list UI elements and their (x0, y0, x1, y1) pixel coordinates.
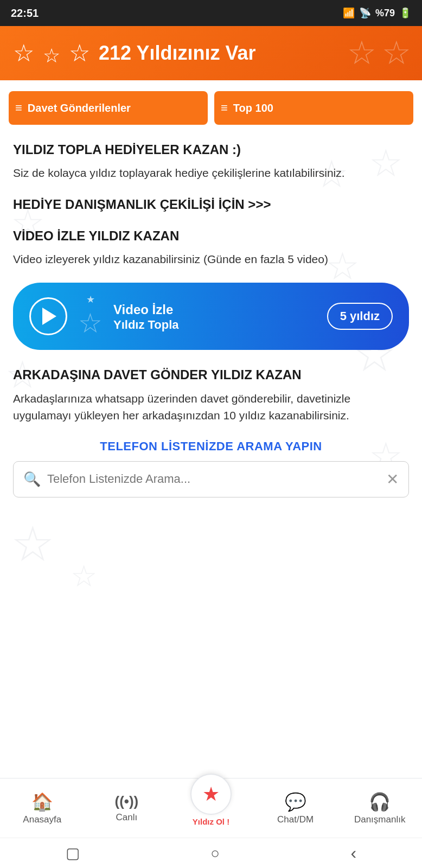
list-icon-2: ≡ (221, 101, 228, 115)
main-content: ☆ ☆ ☆ ☆ ☆ ☆ ☆ ☆ ☆ ☆ ☆ YILDIZ TOPLA HEDİY… (0, 136, 422, 601)
signal-icon: 📡 (359, 7, 371, 19)
header-bg-stars: ☆ ☆ (347, 26, 422, 80)
header: ☆ ☆ ☆ 212 Yıldızınız Var ☆ ☆ (0, 26, 422, 80)
top100-label: Top 100 (233, 102, 273, 114)
nav-item-yildiz[interactable]: ★ Yıldız Ol ! (169, 786, 253, 831)
top100-button[interactable]: ≡ Top 100 (214, 91, 413, 125)
hediye-link[interactable]: HEDİYE DANIŞMANLIK ÇEKİLİŞİ İÇİN >>> (13, 197, 271, 212)
header-star-2: ☆ (43, 46, 60, 66)
play-triangle (42, 308, 56, 325)
search-container: 🔍 ✕ (13, 461, 409, 497)
yildiz-badge: 5 yıldız (327, 303, 393, 330)
bottom-nav: 🏠 Anasayfa ((•)) Canlı ★ Yıldız Ol ! 💬 C… (0, 778, 422, 838)
search-input[interactable] (47, 472, 380, 486)
wm-star-11: ☆ (325, 597, 360, 601)
battery-label: %79 (375, 8, 395, 19)
video-watch-button[interactable]: ★ ☆ Video İzle Yıldız Topla 5 yıldız (13, 283, 409, 350)
header-star-1: ☆ (13, 41, 34, 65)
video-star-decoration: ★ ☆ (78, 293, 103, 339)
nav-item-home[interactable]: 🏠 Anasayfa (0, 787, 85, 829)
nav-label-canli: Canlı (116, 812, 138, 823)
davet-button[interactable]: ≡ Davet Gönderilenler (9, 91, 208, 125)
section3-text: Video izleyerek yıldız kazanabilirsiniz … (13, 251, 409, 268)
section1-title: YILDIZ TOPLA HEDİYELER KAZAN :) (13, 141, 409, 158)
list-icon-1: ≡ (15, 101, 22, 115)
android-recent-btn[interactable]: ▢ (66, 844, 80, 862)
status-icons: 📶 📡 %79 🔋 (343, 7, 411, 19)
section-hediye[interactable]: HEDİYE DANIŞMANLIK ÇEKİLİŞİ İÇİN >>> (13, 197, 409, 212)
section3-title: VİDEO İZLE YILDIZ KAZAN (13, 227, 409, 244)
clear-search-icon[interactable]: ✕ (386, 470, 399, 488)
header-title: 212 Yıldızınız Var (99, 42, 255, 65)
yildiz-circle: ★ (190, 774, 232, 815)
nav-label-home: Anasayfa (23, 814, 61, 825)
home-icon: 🏠 (31, 792, 53, 812)
video-btn-line1: Video İzle (113, 301, 316, 318)
time: 22:51 (11, 7, 39, 20)
play-icon (29, 297, 67, 335)
header-star-3: ☆ (69, 41, 90, 65)
action-buttons-row: ≡ Davet Gönderilenler ≡ Top 100 (0, 80, 422, 136)
section1-text: Siz de kolayca yıldız toplayarak hediye … (13, 164, 409, 182)
canli-icon: ((•)) (115, 793, 139, 810)
battery-icon: 🔋 (399, 7, 411, 19)
chat-icon: 💬 (285, 792, 306, 812)
section4-title: ARKADAŞINA DAVET GÖNDER YILDIZ KAZAN (13, 366, 409, 383)
small-star-top: ★ (86, 293, 95, 305)
search-icon: 🔍 (23, 471, 41, 488)
nav-item-canli[interactable]: ((•)) Canlı (85, 789, 169, 827)
section-davet: ARKADAŞINA DAVET GÖNDER YILDIZ KAZAN Ark… (13, 366, 409, 424)
android-back-btn[interactable]: ‹ (351, 843, 357, 863)
section-yildiz-topla: YILDIZ TOPLA HEDİYELER KAZAN :) Siz de k… (13, 141, 409, 182)
large-star: ☆ (78, 308, 103, 339)
bg-star-1: ☆ (347, 37, 376, 69)
nav-item-danismanlik[interactable]: 🎧 Danışmanlık (337, 787, 422, 829)
search-section-label: TELEFON LİSTENİZDE ARAMA YAPIN (13, 439, 409, 454)
video-btn-line2: Yıldız Topla (113, 318, 316, 332)
android-home-btn[interactable]: ○ (210, 845, 220, 862)
nav-label-chat: Chat/DM (277, 814, 314, 825)
nav-label-yildiz: Yıldız Ol ! (193, 817, 229, 826)
danismanlik-icon: 🎧 (369, 792, 391, 812)
bg-star-2: ☆ (382, 37, 411, 69)
wifi-icon: 📶 (343, 7, 355, 19)
video-btn-text: Video İzle Yıldız Topla (113, 301, 316, 332)
section4-text: Arkadaşlarınıza whatsapp üzerinden davet… (13, 390, 409, 424)
nav-item-chat[interactable]: 💬 Chat/DM (253, 787, 338, 829)
nav-label-danismanlik: Danışmanlık (354, 814, 405, 825)
yildiz-star-icon: ★ (202, 783, 220, 806)
android-nav-bar: ▢ ○ ‹ (0, 838, 422, 868)
davet-label: Davet Gönderilenler (28, 102, 131, 114)
section-video: VİDEO İZLE YILDIZ KAZAN Video izleyerek … (13, 227, 409, 268)
status-bar: 22:51 📶 📡 %79 🔋 (0, 0, 422, 26)
